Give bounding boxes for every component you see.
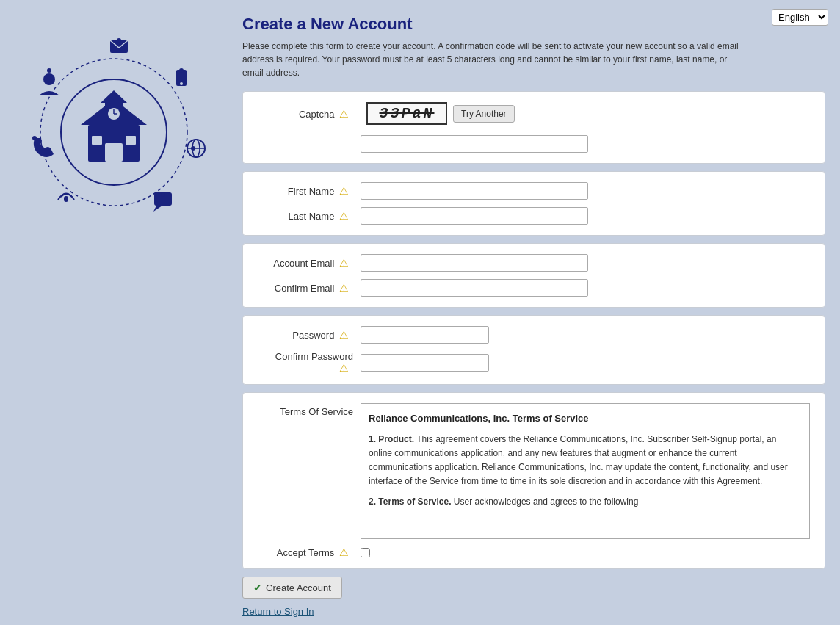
captcha-warning-icon: ⚠ [339,108,349,120]
account-email-row: Account Email ⚠ [258,254,810,272]
tos-p2-bold: 2. Terms of Service. [369,496,452,507]
svg-rect-7 [92,136,102,145]
svg-point-28 [161,192,165,197]
tos-p2-text: User acknowledges and agrees to the foll… [452,496,639,507]
password-label: Password ⚠ [258,329,361,341]
tos-p1-text: This agreement covers the Reliance Commu… [369,434,788,487]
svg-point-24 [47,68,51,73]
svg-point-23 [179,68,184,73]
svg-point-15 [43,73,55,85]
illustration-panel [0,0,228,625]
return-to-sign-in-link[interactable]: Return to Sign In [242,606,825,617]
svg-marker-5 [101,90,127,103]
svg-point-27 [64,198,68,202]
email-section: Account Email ⚠ Confirm Email ⚠ [242,243,825,308]
captcha-image: 33PaN [366,102,447,125]
first-name-row: First Name ⚠ [258,182,810,200]
tos-p1-bold: 1. Product. [369,434,414,444]
confirm-password-row: Confirm Password ⚠ [258,351,810,374]
accept-terms-label: Accept Terms ⚠ [258,546,361,558]
svg-point-22 [117,38,121,43]
captcha-input-row [258,131,810,153]
confirm-email-warning-icon: ⚠ [339,282,349,294]
tos-paragraph1: 1. Product. This agreement covers the Re… [369,433,802,489]
account-email-warning-icon: ⚠ [339,257,349,269]
svg-point-25 [32,136,37,140]
confirm-password-label: Confirm Password ⚠ [258,351,361,374]
create-account-label: Create Account [266,582,331,593]
name-section: First Name ⚠ Last Name ⚠ [242,171,825,236]
tos-title: Reliance Communications, Inc. Terms of S… [369,411,802,427]
last-name-input[interactable] [361,207,588,225]
password-input[interactable] [361,326,489,344]
account-email-label: Account Email ⚠ [258,257,361,269]
button-row: ✔ Create Account [242,577,825,599]
accept-warning-icon: ⚠ [339,546,349,558]
main-content: Create a New Account Please complete thi… [228,0,840,625]
accept-terms-row: Accept Terms ⚠ [258,546,810,558]
page-description: Please complete this form to create your… [242,40,742,79]
svg-rect-8 [126,136,136,145]
svg-marker-21 [153,206,162,212]
account-email-input[interactable] [361,254,588,272]
tos-label: Terms Of Service [258,403,361,417]
svg-point-26 [191,146,195,151]
confirm-password-input[interactable] [361,354,489,372]
language-select[interactable]: EnglishSpanishFrenchGerman [772,9,828,26]
language-selector-wrapper: EnglishSpanishFrenchGerman [772,9,828,26]
tos-section: Terms Of Service Reliance Communications… [242,392,825,569]
confirm-email-row: Confirm Email ⚠ [258,279,810,297]
first-name-label: First Name ⚠ [258,185,361,197]
captcha-row: Captcha ⚠ 33PaN Try Another [258,102,810,125]
last-name-warning-icon: ⚠ [339,210,349,222]
checkmark-icon: ✔ [253,582,262,593]
captcha-input[interactable] [361,135,588,153]
try-another-button[interactable]: Try Another [453,105,515,123]
tos-content-box[interactable]: Reliance Communications, Inc. Terms of S… [361,403,810,539]
confirm-password-warning-icon: ⚠ [339,362,349,374]
illustration-graphic [18,29,209,220]
svg-rect-6 [105,143,123,162]
tos-paragraph2: 2. Terms of Service. User acknowledges a… [369,495,802,509]
captcha-section: Captcha ⚠ 33PaN Try Another [242,91,825,164]
password-warning-icon: ⚠ [339,329,349,341]
first-name-input[interactable] [361,182,588,200]
create-account-button[interactable]: ✔ Create Account [242,577,342,599]
password-row: Password ⚠ [258,326,810,344]
page-title: Create a New Account [242,15,825,34]
last-name-label: Last Name ⚠ [258,210,361,222]
confirm-email-label: Confirm Email ⚠ [258,282,361,294]
last-name-row: Last Name ⚠ [258,207,810,225]
svg-point-14 [180,82,183,85]
confirm-email-input[interactable] [361,279,588,297]
password-section: Password ⚠ Confirm Password ⚠ [242,315,825,385]
first-name-warning-icon: ⚠ [339,185,349,197]
accept-terms-checkbox[interactable] [361,548,370,557]
captcha-label: Captcha ⚠ [258,108,361,120]
